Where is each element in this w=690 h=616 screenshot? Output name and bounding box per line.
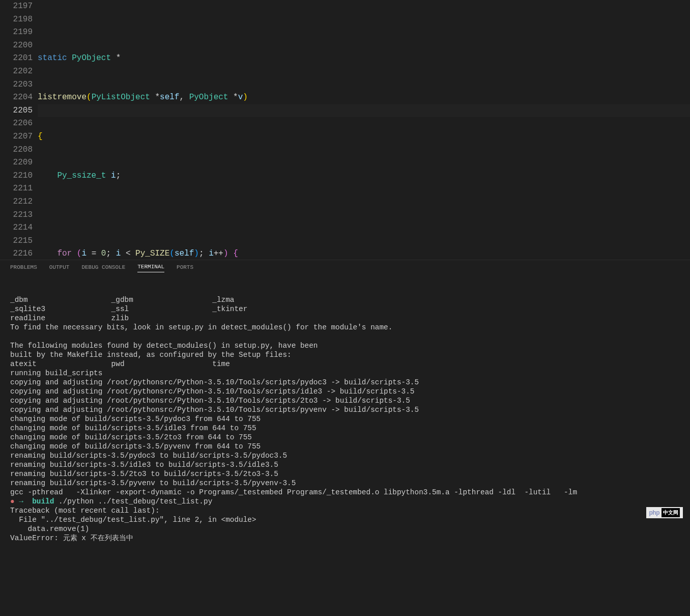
- badge-text: 中文网: [662, 508, 680, 517]
- current-line-highlight: [38, 104, 690, 118]
- token-fn: listremove: [38, 93, 87, 102]
- token-op: *: [111, 53, 121, 63]
- editor-fold-column: [0, 0, 4, 260]
- line-number-gutter: 2197219821992200220122022203220422052206…: [4, 0, 38, 260]
- terminal[interactable]: php 中文网 _dbm _gdbm _lzma _sqlite3 _ssl _…: [0, 274, 690, 616]
- watermark-badge: php 中文网: [646, 507, 683, 518]
- tab-ports[interactable]: PORTS: [177, 264, 193, 272]
- prompt-arrow-icon: →: [19, 497, 27, 506]
- tab-problems[interactable]: PROBLEMS: [10, 264, 37, 272]
- token-var: self: [160, 93, 179, 102]
- token-type: PyObject: [72, 53, 111, 63]
- badge-logo: php: [649, 508, 660, 517]
- prompt-status-icon: ●: [10, 497, 15, 506]
- brace-open: {: [38, 132, 43, 141]
- token-var: v: [238, 93, 243, 102]
- code-area[interactable]: static PyObject * listremove(PyListObjec…: [38, 0, 690, 260]
- terminal-output: _dbm _gdbm _lzma _sqlite3 _ssl _tkinter …: [10, 295, 680, 497]
- prompt-cwd: build: [28, 497, 54, 506]
- blank-line: [38, 209, 690, 222]
- token-type: PyObject: [189, 93, 228, 102]
- token-var: i: [111, 171, 116, 180]
- terminal-traceback: Traceback (most recent call last): File …: [10, 506, 680, 543]
- token-keyword: static: [38, 53, 67, 63]
- token-type: PyListObject: [92, 93, 150, 102]
- token-keyword: for: [57, 249, 72, 258]
- terminal-prompt-line[interactable]: ● → build ./python ../test_debug/test_li…: [10, 497, 680, 506]
- bottom-panel-tabs: PROBLEMS OUTPUT DEBUG CONSOLE TERMINAL P…: [0, 260, 690, 274]
- tab-debug-console[interactable]: DEBUG CONSOLE: [81, 264, 125, 272]
- token-type: Py_ssize_t: [57, 171, 106, 180]
- code-editor[interactable]: 2197219821992200220122022203220422052206…: [0, 0, 690, 260]
- paren-open: (: [87, 93, 92, 102]
- prompt-command: ./python ../test_debug/test_list.py: [54, 497, 212, 506]
- paren-close: ): [243, 93, 248, 102]
- tab-output[interactable]: OUTPUT: [49, 264, 70, 272]
- tab-terminal[interactable]: TERMINAL: [137, 264, 164, 272]
